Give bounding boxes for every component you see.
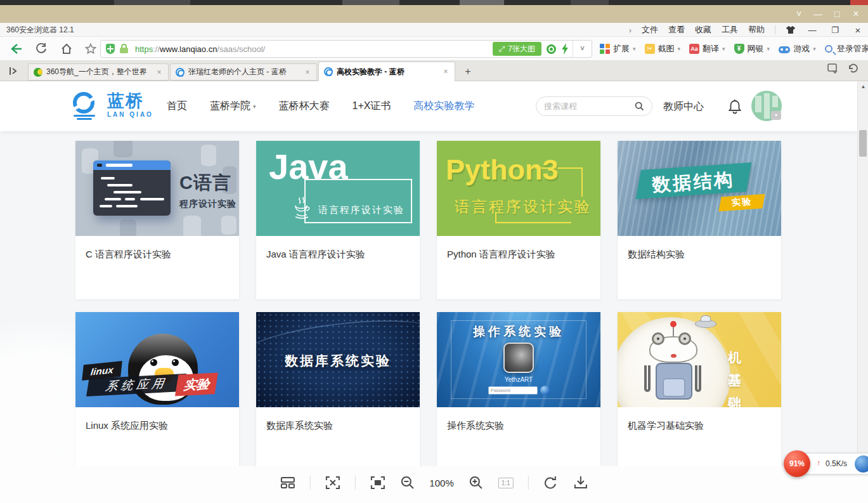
nav-home[interactable]: 首页 bbox=[167, 100, 187, 113]
actual-size-button[interactable]: 1:1 bbox=[498, 478, 514, 488]
vertical-scrollbar[interactable]: ▲ bbox=[857, 81, 868, 466]
nav-experiment-teaching[interactable]: 高校实验教学 bbox=[413, 100, 474, 113]
back-button[interactable] bbox=[8, 41, 24, 56]
extensions-button[interactable]: 扩展 ▾ bbox=[597, 43, 638, 55]
photo-mode-icon[interactable] bbox=[547, 44, 556, 54]
menu-favorites[interactable]: 收藏 bbox=[695, 24, 711, 36]
nav-certificate[interactable]: 1+X证书 bbox=[353, 100, 391, 113]
tabbar-right-tools bbox=[827, 63, 859, 74]
course-title: Python 语言程序设计实验 bbox=[447, 249, 590, 261]
download-icon[interactable] bbox=[573, 476, 588, 490]
bank-shield-icon: ¥ bbox=[734, 44, 744, 54]
scrollbar-thumb[interactable] bbox=[859, 130, 867, 157]
speed-status-widget[interactable]: 91% ↑ 0.5K/s bbox=[784, 450, 868, 481]
course-card-python[interactable]: Python3 语言程序设计实验 Python 语言程序设计实验 bbox=[437, 141, 600, 299]
new-tab-button[interactable]: + bbox=[460, 64, 476, 79]
gamepad-icon bbox=[779, 46, 790, 53]
search-icon[interactable] bbox=[635, 101, 644, 111]
chevron-down-icon[interactable]: ▾ bbox=[813, 46, 816, 52]
site-header: 蓝桥 LAN QIAO 首页 蓝桥学院▾ 蓝桥杯大赛 1+X证书 高校实验教学 … bbox=[0, 81, 857, 131]
chevron-down-icon[interactable]: ▾ bbox=[722, 46, 725, 52]
menu-file[interactable]: 文件 bbox=[642, 24, 658, 36]
zoom-in-icon[interactable] bbox=[469, 475, 484, 490]
favorite-star-button[interactable] bbox=[82, 41, 99, 56]
screenshot-button[interactable]: ✂ 截图 ▾ bbox=[642, 43, 683, 55]
menu-help[interactable]: 帮助 bbox=[748, 24, 765, 36]
cover-title: C语言 bbox=[179, 171, 231, 196]
memory-usage-ball[interactable]: 91% bbox=[784, 450, 810, 477]
course-cover-c: C语言 程序设计实验 bbox=[75, 141, 239, 236]
site-logo[interactable]: 蓝桥 LAN QIAO bbox=[72, 91, 153, 120]
extensions-label: 扩展 bbox=[613, 43, 630, 55]
rotate-icon[interactable] bbox=[543, 476, 559, 490]
notification-bell-icon[interactable] bbox=[728, 99, 742, 114]
chevron-down-icon[interactable]: ▾ bbox=[767, 46, 770, 52]
tab-close-icon[interactable]: × bbox=[304, 68, 311, 77]
sidebar-expand-icon[interactable] bbox=[5, 63, 22, 79]
cover-login-username: YethzART bbox=[437, 376, 600, 383]
nav-academy[interactable]: 蓝桥学院▾ bbox=[210, 100, 256, 113]
address-field[interactable]: https://www.lanqiao.cn/saas/school/ ⤢ 7张… bbox=[100, 40, 592, 58]
scrollbar-up-arrow[interactable]: ▲ bbox=[858, 84, 868, 89]
course-cover-machine-learning: 机器学习基础实验 bbox=[618, 312, 781, 407]
nav-label: 蓝桥杯大赛 bbox=[279, 100, 330, 113]
online-banking-button[interactable]: ¥ 网银 ▾ bbox=[732, 43, 773, 55]
tab-close-icon[interactable]: × bbox=[442, 67, 450, 76]
background-window-fragment bbox=[342, 0, 399, 5]
tab-360-nav[interactable]: 360导航_一个主页，整个世界 × bbox=[28, 63, 169, 81]
site-safety-shield-icon[interactable] bbox=[106, 44, 115, 54]
url-text[interactable]: https://www.lanqiao.cn/saas/school/ bbox=[135, 44, 493, 54]
login-manager-label: 登录管家 bbox=[837, 43, 868, 55]
course-card-linux[interactable]: linux 系统应用 实验 Linux 系统应用实验 bbox=[75, 312, 239, 466]
crop-select-icon[interactable] bbox=[325, 476, 340, 490]
tab-close-icon[interactable]: × bbox=[155, 68, 163, 77]
close-button-inner[interactable]: × bbox=[852, 25, 864, 36]
search-input[interactable]: 搜索课程 bbox=[536, 96, 652, 116]
course-card-machine-learning[interactable]: 机器学习基础实验 机器学习基础实验 bbox=[618, 312, 781, 466]
menu-tools[interactable]: 工具 bbox=[722, 24, 738, 36]
accelerator-ball[interactable] bbox=[855, 455, 868, 473]
course-card-c[interactable]: C语言 程序设计实验 C 语言程序设计实验 bbox=[75, 141, 239, 299]
minimize-button[interactable]: — bbox=[810, 5, 826, 23]
images-count-badge[interactable]: ⤢ 7张大图 bbox=[493, 42, 541, 56]
maximize-button[interactable]: □ bbox=[829, 5, 845, 23]
titlebar-dropdown-icon[interactable]: ˅ bbox=[791, 5, 807, 23]
zoom-out-icon[interactable] bbox=[399, 475, 415, 490]
reopen-closed-tab-icon[interactable] bbox=[848, 63, 859, 74]
course-title: Linux 系统应用实验 bbox=[86, 420, 229, 432]
fit-screen-icon[interactable] bbox=[370, 476, 385, 490]
home-button[interactable] bbox=[58, 41, 75, 56]
games-button[interactable]: 游戏 ▾ bbox=[776, 43, 819, 55]
tab-title: 高校实验教学 - 蓝桥 bbox=[337, 67, 438, 77]
course-card-os[interactable]: 操作系统实验 YethzART Password 操作系统实验 bbox=[437, 312, 600, 466]
course-title: C 语言程序设计实验 bbox=[86, 249, 229, 261]
close-button[interactable]: × bbox=[848, 5, 864, 23]
chevron-down-icon[interactable]: ▾ bbox=[633, 46, 636, 52]
tab-list-icon[interactable] bbox=[827, 63, 839, 74]
teacher-center-link[interactable]: 教师中心 bbox=[663, 81, 704, 131]
avatar-dropdown-icon[interactable]: ▾ bbox=[771, 111, 781, 120]
course-card-java[interactable]: Java 语言程序设计实验 Java 语言程序设计实验 bbox=[256, 141, 420, 299]
tab-teacher-homepage[interactable]: 张瑞红老师的个人主页 - 蓝桥 × bbox=[170, 63, 317, 81]
minimize-button-inner[interactable]: — bbox=[806, 25, 819, 35]
course-cover-python: Python3 语言程序设计实验 bbox=[437, 141, 600, 236]
reload-button[interactable] bbox=[33, 41, 49, 56]
url-dropdown-chevron[interactable]: ˅ bbox=[573, 41, 592, 57]
login-manager-button[interactable]: 登录管家 bbox=[822, 43, 868, 55]
chevron-down-icon[interactable]: ▾ bbox=[678, 46, 681, 52]
skin-icon[interactable] bbox=[786, 25, 796, 34]
restore-button-inner[interactable]: ❐ bbox=[829, 25, 841, 35]
cover-title: 操作系统实验 bbox=[437, 323, 600, 340]
nav-competition[interactable]: 蓝桥杯大赛 bbox=[279, 100, 330, 113]
tab-experiment-teaching-active[interactable]: 高校实验教学 - 蓝桥 × bbox=[318, 62, 455, 81]
menu-overflow-chevron-icon[interactable]: › bbox=[629, 25, 632, 35]
course-card-database[interactable]: 数据库系统实验 数据库系统实验 bbox=[256, 312, 420, 466]
menu-view[interactable]: 查看 bbox=[668, 24, 685, 36]
images-count-label: 7张大图 bbox=[508, 44, 535, 55]
zoom-level-label[interactable]: 100% bbox=[429, 478, 453, 488]
cover-title: Python3 bbox=[446, 154, 559, 186]
layout-grid-icon[interactable] bbox=[280, 476, 295, 490]
course-card-data-structure[interactable]: 数据结构 实验 数据结构实验 bbox=[618, 141, 781, 299]
translate-button[interactable]: Aa 翻译 ▾ bbox=[687, 43, 728, 55]
speed-mode-icon[interactable] bbox=[561, 43, 569, 55]
